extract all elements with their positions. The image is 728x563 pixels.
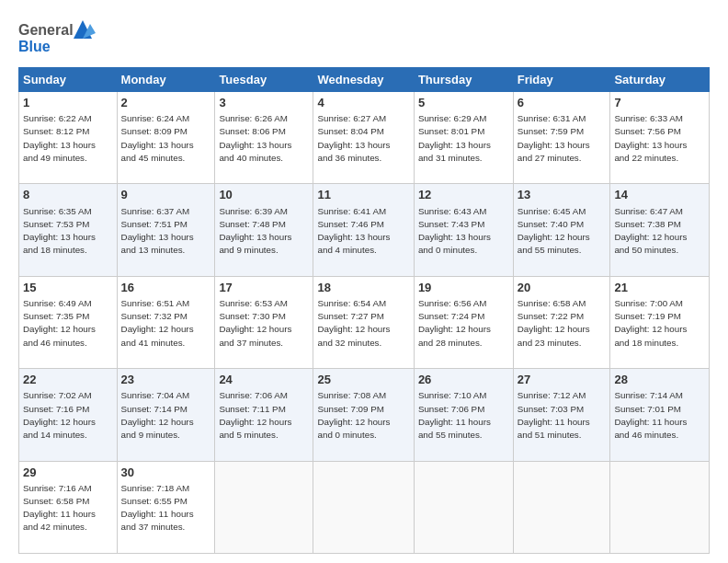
calendar-header-monday: Monday <box>117 68 215 92</box>
day-info: Sunrise: 7:02 AM Sunset: 7:16 PM Dayligh… <box>23 389 113 442</box>
day-number: 8 <box>23 187 113 203</box>
day-info: Sunrise: 6:29 AM Sunset: 8:01 PM Dayligh… <box>418 112 509 165</box>
day-info: Sunrise: 6:33 AM Sunset: 7:56 PM Dayligh… <box>614 112 705 165</box>
day-info: Sunrise: 7:14 AM Sunset: 7:01 PM Dayligh… <box>614 389 705 442</box>
calendar-cell: 21Sunrise: 7:00 AM Sunset: 7:19 PM Dayli… <box>610 276 710 368</box>
day-number: 26 <box>418 372 509 388</box>
day-info: Sunrise: 7:06 AM Sunset: 7:11 PM Dayligh… <box>219 389 309 442</box>
day-number: 6 <box>518 95 607 111</box>
calendar-cell: 15Sunrise: 6:49 AM Sunset: 7:35 PM Dayli… <box>19 276 118 368</box>
calendar-row-1: 1Sunrise: 6:22 AM Sunset: 8:12 PM Daylig… <box>19 92 710 184</box>
day-number: 30 <box>121 465 211 481</box>
day-info: Sunrise: 6:24 AM Sunset: 8:09 PM Dayligh… <box>121 112 211 165</box>
day-info: Sunrise: 6:47 AM Sunset: 7:38 PM Dayligh… <box>614 205 705 258</box>
day-info: Sunrise: 6:45 AM Sunset: 7:40 PM Dayligh… <box>518 205 607 258</box>
calendar-row-4: 22Sunrise: 7:02 AM Sunset: 7:16 PM Dayli… <box>19 369 710 461</box>
calendar-cell: 13Sunrise: 6:45 AM Sunset: 7:40 PM Dayli… <box>513 184 610 276</box>
calendar-cell: 8Sunrise: 6:35 AM Sunset: 7:53 PM Daylig… <box>19 184 118 276</box>
calendar-header-tuesday: Tuesday <box>215 68 313 92</box>
calendar-cell: 11Sunrise: 6:41 AM Sunset: 7:46 PM Dayli… <box>313 184 414 276</box>
calendar-cell: 19Sunrise: 6:56 AM Sunset: 7:24 PM Dayli… <box>414 276 513 368</box>
day-number: 11 <box>317 187 409 203</box>
day-number: 18 <box>317 280 409 296</box>
calendar-header-saturday: Saturday <box>610 68 710 92</box>
day-info: Sunrise: 6:39 AM Sunset: 7:48 PM Dayligh… <box>219 205 309 258</box>
svg-text:General: General <box>18 22 74 38</box>
calendar-cell: 5Sunrise: 6:29 AM Sunset: 8:01 PM Daylig… <box>414 92 513 184</box>
day-info: Sunrise: 7:00 AM Sunset: 7:19 PM Dayligh… <box>614 297 705 350</box>
calendar-header-wednesday: Wednesday <box>313 68 414 92</box>
day-info: Sunrise: 6:43 AM Sunset: 7:43 PM Dayligh… <box>418 205 509 258</box>
calendar-cell: 17Sunrise: 6:53 AM Sunset: 7:30 PM Dayli… <box>215 276 313 368</box>
day-info: Sunrise: 7:10 AM Sunset: 7:06 PM Dayligh… <box>418 389 509 442</box>
calendar-cell: 26Sunrise: 7:10 AM Sunset: 7:06 PM Dayli… <box>414 369 513 461</box>
calendar-cell: 25Sunrise: 7:08 AM Sunset: 7:09 PM Dayli… <box>313 369 414 461</box>
day-info: Sunrise: 7:18 AM Sunset: 6:55 PM Dayligh… <box>121 482 211 534</box>
calendar-cell: 20Sunrise: 6:58 AM Sunset: 7:22 PM Dayli… <box>513 276 610 368</box>
calendar-cell: 24Sunrise: 7:06 AM Sunset: 7:11 PM Dayli… <box>215 369 313 461</box>
day-number: 9 <box>121 187 211 203</box>
day-info: Sunrise: 6:56 AM Sunset: 7:24 PM Dayligh… <box>418 297 509 350</box>
calendar-cell <box>313 461 414 553</box>
calendar-header-sunday: Sunday <box>19 68 118 92</box>
calendar-cell: 16Sunrise: 6:51 AM Sunset: 7:32 PM Dayli… <box>117 276 215 368</box>
day-info: Sunrise: 6:58 AM Sunset: 7:22 PM Dayligh… <box>518 297 607 350</box>
day-number: 29 <box>23 465 113 481</box>
calendar-cell: 6Sunrise: 6:31 AM Sunset: 7:59 PM Daylig… <box>513 92 610 184</box>
day-number: 2 <box>121 95 211 111</box>
calendar-cell: 10Sunrise: 6:39 AM Sunset: 7:48 PM Dayli… <box>215 184 313 276</box>
day-number: 3 <box>219 95 309 111</box>
day-info: Sunrise: 6:49 AM Sunset: 7:35 PM Dayligh… <box>23 297 113 350</box>
svg-text:Blue: Blue <box>18 39 51 54</box>
calendar-cell: 22Sunrise: 7:02 AM Sunset: 7:16 PM Dayli… <box>19 369 118 461</box>
day-number: 16 <box>121 280 211 296</box>
calendar-cell: 28Sunrise: 7:14 AM Sunset: 7:01 PM Dayli… <box>610 369 710 461</box>
calendar-cell <box>513 461 610 553</box>
day-number: 17 <box>219 280 309 296</box>
calendar-cell: 1Sunrise: 6:22 AM Sunset: 8:12 PM Daylig… <box>19 92 118 184</box>
day-number: 25 <box>317 372 409 388</box>
day-number: 28 <box>614 372 705 388</box>
calendar-cell: 29Sunrise: 7:16 AM Sunset: 6:58 PM Dayli… <box>19 461 118 553</box>
calendar-header-thursday: Thursday <box>414 68 513 92</box>
day-number: 5 <box>418 95 509 111</box>
day-info: Sunrise: 6:26 AM Sunset: 8:06 PM Dayligh… <box>219 112 309 165</box>
day-info: Sunrise: 6:41 AM Sunset: 7:46 PM Dayligh… <box>317 205 409 258</box>
day-info: Sunrise: 6:31 AM Sunset: 7:59 PM Dayligh… <box>518 112 607 165</box>
calendar-cell: 3Sunrise: 6:26 AM Sunset: 8:06 PM Daylig… <box>215 92 313 184</box>
day-number: 19 <box>418 280 509 296</box>
day-info: Sunrise: 6:51 AM Sunset: 7:32 PM Dayligh… <box>121 297 211 350</box>
calendar-cell: 14Sunrise: 6:47 AM Sunset: 7:38 PM Dayli… <box>610 184 710 276</box>
day-info: Sunrise: 7:12 AM Sunset: 7:03 PM Dayligh… <box>518 389 607 442</box>
calendar-cell <box>610 461 710 553</box>
day-info: Sunrise: 7:04 AM Sunset: 7:14 PM Dayligh… <box>121 389 211 442</box>
day-number: 14 <box>614 187 705 203</box>
calendar-header-friday: Friday <box>513 68 610 92</box>
calendar-cell: 4Sunrise: 6:27 AM Sunset: 8:04 PM Daylig… <box>313 92 414 184</box>
day-info: Sunrise: 6:27 AM Sunset: 8:04 PM Dayligh… <box>317 112 409 165</box>
day-number: 15 <box>23 280 113 296</box>
logo: General Blue <box>18 18 101 60</box>
day-info: Sunrise: 7:16 AM Sunset: 6:58 PM Dayligh… <box>23 482 113 534</box>
calendar-row-3: 15Sunrise: 6:49 AM Sunset: 7:35 PM Dayli… <box>19 276 710 368</box>
day-info: Sunrise: 6:54 AM Sunset: 7:27 PM Dayligh… <box>317 297 409 350</box>
calendar-cell: 2Sunrise: 6:24 AM Sunset: 8:09 PM Daylig… <box>117 92 215 184</box>
day-number: 7 <box>614 95 705 111</box>
day-info: Sunrise: 6:35 AM Sunset: 7:53 PM Dayligh… <box>23 205 113 258</box>
calendar-row-2: 8Sunrise: 6:35 AM Sunset: 7:53 PM Daylig… <box>19 184 710 276</box>
day-number: 27 <box>518 372 607 388</box>
day-number: 23 <box>121 372 211 388</box>
day-number: 22 <box>23 372 113 388</box>
calendar-cell: 7Sunrise: 6:33 AM Sunset: 7:56 PM Daylig… <box>610 92 710 184</box>
day-number: 13 <box>518 187 607 203</box>
day-number: 1 <box>23 95 113 111</box>
calendar-cell <box>215 461 313 553</box>
calendar-cell: 30Sunrise: 7:18 AM Sunset: 6:55 PM Dayli… <box>117 461 215 553</box>
calendar-header-row: SundayMondayTuesdayWednesdayThursdayFrid… <box>19 68 710 92</box>
calendar-cell: 27Sunrise: 7:12 AM Sunset: 7:03 PM Dayli… <box>513 369 610 461</box>
calendar-row-5: 29Sunrise: 7:16 AM Sunset: 6:58 PM Dayli… <box>19 461 710 553</box>
day-number: 20 <box>518 280 607 296</box>
day-info: Sunrise: 7:08 AM Sunset: 7:09 PM Dayligh… <box>317 389 409 442</box>
calendar-cell: 9Sunrise: 6:37 AM Sunset: 7:51 PM Daylig… <box>117 184 215 276</box>
day-number: 21 <box>614 280 705 296</box>
